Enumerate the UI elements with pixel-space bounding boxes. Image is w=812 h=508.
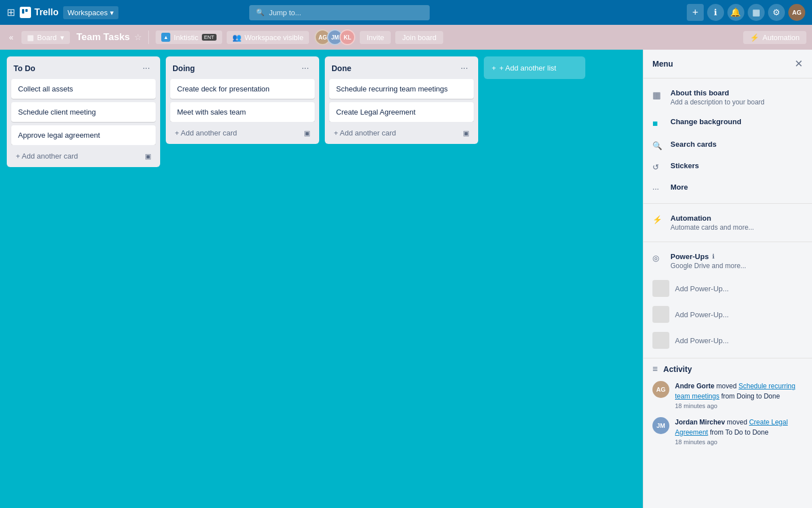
- list-doing-title: Doing: [173, 64, 195, 73]
- list-doing-header: Doing ···: [166, 56, 319, 79]
- search-bar[interactable]: 🔍 Jump to...: [249, 5, 430, 20]
- add-powerup-2[interactable]: Add Power-Up...: [643, 301, 812, 327]
- search-icon-sidebar: 🔍: [652, 141, 664, 150]
- color-swatch-icon: ■: [652, 119, 664, 129]
- sidebar-item-powerups[interactable]: ◎ Power-Ups ℹ Google Drive and more...: [643, 247, 812, 275]
- add-list-button[interactable]: + + Add another list: [484, 56, 585, 79]
- board-view-button[interactable]: ▦ Board ▾: [21, 31, 70, 44]
- add-powerup-1[interactable]: Add Power-Up...: [643, 275, 812, 301]
- list-todo-cards: Collect all assets Schedule client meeti…: [7, 79, 160, 145]
- activity-title: Activity: [663, 365, 692, 374]
- workspace-chip[interactable]: ▲ Inktistic ENT: [156, 30, 222, 44]
- board-area: To Do ··· Collect all assets Schedule cl…: [0, 50, 643, 508]
- join-button[interactable]: Join board: [395, 31, 443, 44]
- sidebar-close-button[interactable]: ✕: [795, 58, 803, 70]
- visibility-label: Workspace visible: [245, 33, 304, 42]
- sidebar-activity-section: ≡ Activity AG Andre Gorte moved Schedule…: [643, 358, 812, 459]
- search-icon: 🔍: [256, 8, 264, 16]
- list-done-title: Done: [332, 64, 351, 73]
- sidebar-item-stickers-content: Stickers: [670, 161, 699, 170]
- member-avatar-3[interactable]: KL: [339, 29, 355, 45]
- list-doing-cards: Create deck for presentation Meet with s…: [166, 79, 319, 122]
- sidebar-item-automation[interactable]: ⚡ Automation Automate cards and more...: [643, 208, 812, 237]
- card-schedule-recurring[interactable]: Schedule recurring team meetings: [329, 79, 474, 99]
- invite-button[interactable]: Invite: [360, 31, 391, 44]
- list-todo: To Do ··· Collect all assets Schedule cl…: [7, 56, 160, 167]
- card-collect-assets[interactable]: Collect all assets: [11, 79, 156, 99]
- board-title: Team Tasks: [77, 32, 130, 43]
- card-schedule-client[interactable]: Schedule client meeting: [11, 102, 156, 122]
- list-doing: Doing ··· Create deck for presentation M…: [166, 56, 319, 144]
- sidebar-item-automation-content: Automation Automate cards and more...: [670, 214, 754, 231]
- collapse-sidebar-button[interactable]: «: [6, 30, 17, 44]
- settings-icon[interactable]: ⚙: [768, 4, 785, 21]
- board-icon-sidebar: ▦: [652, 90, 664, 100]
- activity-item-1: AG Andre Gorte moved Schedule recurring …: [652, 381, 803, 409]
- sidebar-item-background-title: Change background: [670, 117, 742, 126]
- add-card-todo-button[interactable]: + Add another card ▣: [9, 147, 158, 165]
- card-create-deck[interactable]: Create deck for presentation: [170, 79, 315, 99]
- sidebar-item-about-content: About this board Add a description to yo…: [670, 89, 765, 106]
- scan-icon: ▣: [145, 152, 151, 160]
- board-nav: « ▦ Board ▾ Team Tasks ☆ ▲ Inktistic ENT…: [0, 25, 812, 50]
- sidebar-item-automation-title: Automation: [670, 214, 754, 222]
- top-nav: ⊞ Trello Workspaces ▾ 🔍 Jump to... + ℹ 🔔…: [0, 0, 812, 25]
- activity-avatar-1[interactable]: AG: [652, 381, 669, 398]
- main-content: To Do ··· Collect all assets Schedule cl…: [0, 50, 812, 508]
- list-todo-header: To Do ···: [7, 56, 160, 79]
- list-doing-menu-button[interactable]: ···: [298, 62, 312, 75]
- chevron-down-icon: ▾: [60, 33, 64, 42]
- add-card-doing-button[interactable]: + Add another card ▣: [168, 124, 317, 142]
- visibility-button[interactable]: 👥 Workspace visible: [227, 31, 310, 44]
- sidebar-powerups-section: ◎ Power-Ups ℹ Google Drive and more... A…: [643, 242, 812, 358]
- activity-avatar-2[interactable]: JM: [652, 417, 669, 434]
- powerups-icon: ◎: [652, 253, 664, 262]
- board-icon[interactable]: ▦: [748, 4, 765, 21]
- workspaces-button[interactable]: Workspaces ▾: [63, 6, 118, 19]
- sidebar-automation-section: ⚡ Automation Automate cards and more...: [643, 204, 812, 242]
- add-powerup-3[interactable]: Add Power-Up...: [643, 327, 812, 353]
- grid-icon[interactable]: ⊞: [7, 6, 15, 19]
- list-done: Done ··· Schedule recurring team meeting…: [325, 56, 478, 144]
- add-powerup-label-1: Add Power-Up...: [675, 284, 729, 293]
- sidebar-section-main: ▦ About this board Add a description to …: [643, 78, 812, 204]
- board-view-label: Board: [37, 33, 57, 42]
- list-done-cards: Schedule recurring team meetings Create …: [325, 79, 478, 122]
- card-meet-sales[interactable]: Meet with sales team: [170, 102, 315, 122]
- sidebar-header: Menu ✕: [643, 50, 812, 78]
- add-card-done-button[interactable]: + Add another card ▣: [327, 124, 476, 142]
- plus-button[interactable]: +: [687, 4, 704, 21]
- sidebar-item-stickers[interactable]: ↺ Stickers: [643, 156, 812, 177]
- activity-item-2: JM Jordan Mirchev moved Create Legal Agr…: [652, 417, 803, 445]
- card-approve-legal[interactable]: Approve legal agreement: [11, 125, 156, 145]
- sidebar-item-more-content: More: [670, 183, 688, 191]
- powerup-icon-box-3: [652, 332, 669, 349]
- star-icon[interactable]: ☆: [134, 32, 142, 42]
- card-create-legal[interactable]: Create Legal Agreement: [329, 102, 474, 122]
- sidebar-item-search[interactable]: 🔍 Search cards: [643, 134, 812, 156]
- trello-logo[interactable]: Trello: [20, 7, 59, 18]
- list-done-menu-button[interactable]: ···: [457, 62, 471, 75]
- sidebar-item-more-title: More: [670, 183, 688, 191]
- user-avatar[interactable]: AG: [788, 4, 805, 21]
- lightning-icon-sidebar: ⚡: [652, 215, 664, 224]
- activity-item-1-text: Andre Gorte moved Schedule recurring tea…: [675, 381, 803, 401]
- sidebar-item-about[interactable]: ▦ About this board Add a description to …: [643, 83, 812, 112]
- activity-item-2-content: Jordan Mirchev moved Create Legal Agreem…: [675, 417, 803, 445]
- list-todo-menu-button[interactable]: ···: [139, 62, 153, 75]
- bell-icon[interactable]: 🔔: [727, 4, 744, 21]
- info-icon[interactable]: ℹ: [707, 4, 724, 21]
- sidebar-item-automation-desc: Automate cards and more...: [670, 224, 754, 231]
- sidebar-item-powerups-content: Power-Ups ℹ Google Drive and more...: [670, 252, 803, 270]
- sidebar-item-search-content: Search cards: [670, 140, 717, 148]
- nav-right-icons: + ℹ 🔔 ▦ ⚙ AG: [687, 4, 805, 21]
- sidebar-item-background[interactable]: ■ Change background: [643, 112, 812, 134]
- automation-label: Automation: [762, 33, 800, 42]
- automation-button[interactable]: ⚡ Automation: [743, 31, 806, 44]
- info-icon-powerups: ℹ: [712, 253, 714, 260]
- activity-header: ≡ Activity: [652, 364, 803, 374]
- sidebar-title: Menu: [652, 59, 673, 68]
- add-powerup-label-2: Add Power-Up...: [675, 310, 729, 319]
- activity-item-1-time: 18 minutes ago: [675, 402, 803, 409]
- sidebar-item-more[interactable]: ··· More: [643, 177, 812, 199]
